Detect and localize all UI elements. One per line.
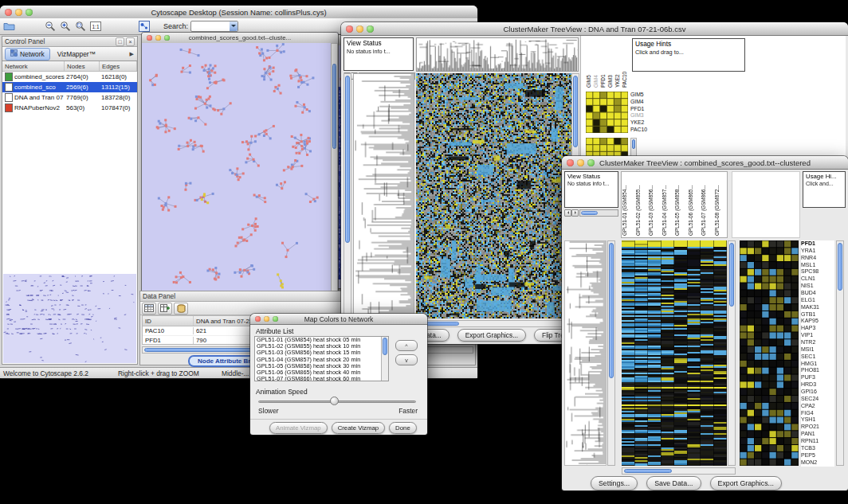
gene-label[interactable]: VIP1 (801, 332, 834, 339)
tv2-column-label[interactable]: GPL51-08 (GSM872... (714, 172, 728, 236)
table-icon[interactable] (142, 303, 156, 315)
network-row[interactable]: DNA and Tran 077769(0)183728(0) (2, 92, 137, 103)
tv2-column-label[interactable]: GPL51-06 (GSM865... (688, 172, 701, 236)
scrollbar-thumb[interactable] (383, 338, 387, 355)
zoom-button[interactable] (26, 9, 33, 16)
zoom-actual-icon[interactable]: 1:1 (88, 20, 102, 33)
float-panel-icon[interactable]: □ (116, 37, 124, 46)
zoom-button[interactable] (587, 159, 595, 166)
gene-label[interactable]: PAN1 (801, 431, 834, 438)
tv2-column-label[interactable]: GPL51-04 (GSM857... (662, 172, 675, 236)
gene-label[interactable]: PFD1 (801, 240, 834, 248)
gene-label[interactable]: PEP5 (801, 452, 834, 459)
scroll-right-icon[interactable] (571, 209, 579, 217)
scrollbar-thumb[interactable] (632, 139, 635, 149)
minimize-button[interactable] (356, 25, 363, 33)
tv1-column-label[interactable]: PFD1 (600, 38, 607, 88)
gene-label[interactable]: BUD4 (801, 290, 834, 297)
gene-label[interactable]: PHO81 (801, 367, 834, 374)
dialog-titlebar[interactable]: Map Colors to Network (250, 314, 427, 325)
network-row[interactable]: combined_sco2569(6)13112(15) (2, 82, 137, 92)
attribute-item[interactable]: GPL51-07 (GSM866) heat shock 60 min (255, 376, 381, 381)
close-panel-icon[interactable]: × (126, 37, 135, 46)
tv2-column-label[interactable]: GPL51-07 (GSM866... (701, 172, 714, 236)
tv2-column-label[interactable]: GPL51-02 (GSM855... (635, 172, 649, 236)
network-column-header[interactable]: Edges (100, 61, 137, 71)
attribute-item[interactable]: GPL51-02 (GSM855) heat shock 10 min (255, 343, 381, 350)
gene-label[interactable]: NIS1 (801, 283, 834, 290)
network-column-header[interactable]: Nodes (65, 61, 100, 71)
move-up-button[interactable]: ^ (395, 340, 418, 351)
treeview2-button[interactable]: Export Graphics... (710, 476, 782, 490)
tv1-row-label[interactable]: GIM3 (630, 112, 662, 119)
tab-vizmapper[interactable]: VizMapper™ (53, 49, 100, 60)
gene-label[interactable]: ELG1 (801, 297, 834, 304)
dialog-button[interactable]: Done (389, 422, 417, 434)
attribute-item[interactable]: GPL51-03 (GSM856) heat shock 15 min (255, 350, 381, 356)
tab-network[interactable]: Network (5, 48, 50, 61)
treeview1-button[interactable]: Export Graphics... (457, 329, 526, 342)
gene-label[interactable]: MON2 (801, 459, 834, 467)
attribute-item[interactable]: GPL51-05 (GSM858) heat shock 30 min (255, 363, 381, 369)
minimize-button[interactable] (15, 9, 22, 16)
tv1-row-label[interactable]: PFD1 (630, 106, 662, 113)
close-button[interactable] (567, 159, 574, 166)
gene-label[interactable]: RPN11 (801, 438, 834, 445)
gene-label[interactable]: MSL1 (801, 262, 834, 269)
close-button[interactable] (147, 35, 152, 41)
network-row[interactable]: RNAPuberNov2563(0)107847(0) (2, 103, 137, 113)
tv2-zoom-heatmap[interactable] (740, 240, 799, 466)
zoom-button[interactable] (273, 316, 278, 322)
tv1-row-label[interactable]: GIM4 (630, 99, 662, 106)
tv1-column-dendrogram[interactable] (416, 37, 579, 72)
tv2-column-label[interactable]: GPL51-05 (GSM858... (674, 172, 688, 236)
tv1-row-label[interactable]: YKE2 (630, 119, 662, 127)
tv2-heatmap[interactable] (622, 240, 727, 466)
gene-label[interactable]: GTB1 (801, 311, 834, 318)
dialog-button[interactable]: Create Vizmap (332, 422, 385, 434)
dropdown-arrow-icon[interactable] (230, 21, 238, 31)
attribute-item[interactable]: GPL51-01 (GSM854) heat shock 05 min (255, 337, 381, 343)
gene-label[interactable]: NTR2 (801, 339, 834, 346)
open-folder-icon[interactable] (2, 20, 16, 33)
treeview2-button[interactable]: Settings... (591, 476, 638, 490)
attribute-item[interactable]: GPL51-04 (GSM857) heat shock 20 min (255, 357, 381, 363)
zoom-out-icon[interactable] (43, 20, 57, 33)
network-vertical-scrollbar[interactable] (331, 43, 338, 295)
tv1-column-label[interactable]: GIM3 (607, 38, 614, 88)
view-status-scrollbar[interactable] (564, 209, 618, 217)
grid-plus-icon[interactable] (158, 303, 172, 315)
tv1-zoom-heatmap[interactable] (586, 92, 628, 133)
network-view-titlebar[interactable]: combined_scores_good.txt--cluste... (142, 33, 338, 44)
gene-label[interactable]: YSH1 (801, 416, 834, 424)
close-button[interactable] (255, 316, 261, 322)
gene-label[interactable]: HAP3 (801, 325, 834, 332)
treeview1-titlebar[interactable]: ClusterMaker TreeView : DNA and Tran 07-… (341, 22, 848, 36)
zoom-button[interactable] (367, 25, 374, 33)
network-overview-thumbnail[interactable] (3, 274, 136, 363)
gene-label[interactable]: PUF3 (801, 374, 834, 381)
scrollbar-thumb[interactable] (581, 211, 598, 215)
scrollbar-thumb[interactable] (573, 76, 578, 147)
scrollbar-thumb[interactable] (838, 243, 842, 291)
close-button[interactable] (346, 25, 353, 33)
gene-label[interactable]: HRD3 (801, 381, 834, 389)
network-row[interactable]: combined_scores2764(0)16218(0) (2, 72, 137, 82)
tv1-heatmap[interactable] (416, 73, 579, 318)
tv1-column-label[interactable]: PAC10 (622, 38, 629, 88)
scrollbar-thumb[interactable] (609, 243, 614, 378)
main-titlebar[interactable]: Cytoscape Desktop (Session Name: collins… (0, 6, 477, 19)
tab-overflow-icon[interactable]: ▶ (130, 51, 137, 57)
tv2-dendrogram-scrollbar[interactable] (607, 240, 615, 466)
slider-thumb[interactable] (330, 397, 339, 405)
tv1-column-label[interactable]: GIM5 (586, 38, 593, 88)
database-icon[interactable] (174, 303, 188, 315)
scrollbar-thumb[interactable] (144, 348, 264, 352)
tv2-column-label[interactable]: GPL51-03 (GSM856... (648, 172, 662, 236)
gene-list-scrollbar[interactable] (836, 240, 844, 466)
move-down-button[interactable]: v (395, 354, 418, 365)
network-canvas[interactable] (142, 43, 331, 295)
gene-label[interactable]: YRA1 (801, 248, 834, 255)
gene-label[interactable]: SEC1 (801, 354, 834, 361)
scrollbar-thumb[interactable] (332, 64, 336, 149)
